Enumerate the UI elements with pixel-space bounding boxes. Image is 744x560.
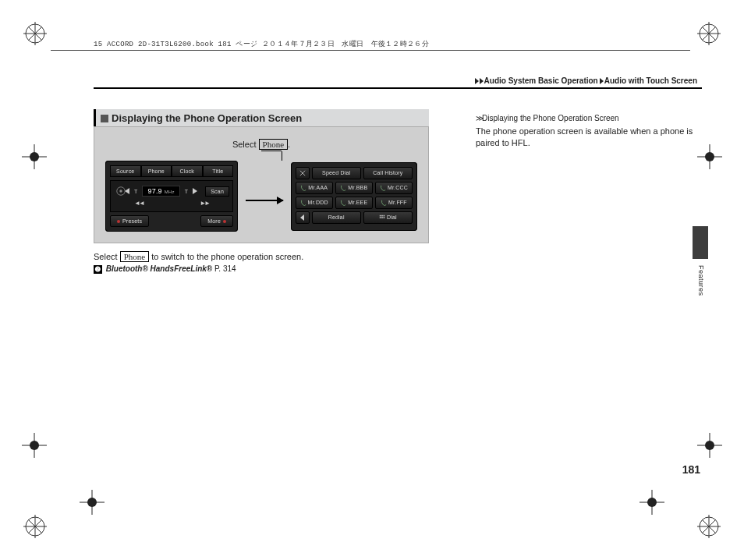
breadcrumb-b: Audio with Touch Screen	[604, 76, 697, 85]
seek-fwd-icon[interactable]: ►►	[200, 200, 209, 207]
tab-clock[interactable]: Clock	[172, 165, 203, 177]
redial-button[interactable]: Redial	[312, 211, 361, 224]
close-icon	[299, 170, 306, 176]
dial-button[interactable]: Dial	[363, 211, 413, 224]
svg-rect-46	[381, 217, 383, 218]
phone-button-label: Phone	[259, 139, 289, 150]
registration-mark-icon	[639, 490, 664, 515]
double-chevron-icon: ≫	[476, 114, 480, 122]
tune-right-icon[interactable]	[193, 188, 197, 194]
svg-rect-42	[380, 214, 381, 216]
frequency-display: 97.9 MHz	[142, 186, 179, 197]
svg-rect-47	[384, 217, 385, 218]
triangle-right-icon	[480, 78, 484, 84]
scan-button[interactable]: Scan	[205, 186, 229, 197]
contact-button[interactable]: Mr.EEE	[335, 197, 373, 209]
speed-dial-button[interactable]: Speed Dial	[312, 167, 361, 179]
illustration-panel: Select Phone. Source Phone Clock Title	[94, 126, 429, 243]
triangle-right-icon	[600, 78, 604, 84]
page-number: 181	[682, 463, 700, 476]
print-meta-line: 15 ACCORD 2D-31T3L6200.book 181 ページ ２０１４…	[94, 39, 429, 49]
leader-line	[282, 151, 282, 161]
registration-mark-icon	[80, 490, 105, 515]
phone-button-label: Phone	[120, 251, 150, 262]
cropmark-icon	[697, 515, 721, 538]
svg-point-39	[119, 190, 122, 193]
contact-button[interactable]: Mr.BBB	[335, 182, 373, 194]
section-title: Displaying the Phone Operation Screen	[112, 112, 302, 124]
call-history-button[interactable]: Call History	[363, 167, 413, 179]
chevron-left-icon	[300, 214, 304, 221]
tab-title[interactable]: Title	[203, 165, 234, 177]
radio-screen-mock: Source Phone Clock Title T 97.9 MHz	[105, 161, 238, 232]
keypad-icon	[379, 214, 385, 221]
sidebar-body: The phone operation screen is available …	[476, 126, 702, 150]
contact-button[interactable]: Mr.FFF	[375, 197, 413, 209]
cross-reference: ➋ Bluetooth® HandsFreeLink® P. 314	[94, 264, 429, 274]
sidebar-heading: ≫ Displaying the Phone Operation Screen	[476, 114, 702, 122]
close-button[interactable]	[296, 167, 310, 179]
phone-screen-mock: Speed Dial Call History Mr.AAA Mr.BBB Mr…	[291, 162, 417, 231]
handset-icon	[340, 185, 346, 191]
handset-icon	[300, 200, 306, 206]
handset-icon	[300, 185, 306, 191]
divider	[94, 87, 702, 89]
svg-rect-45	[380, 217, 381, 218]
divider	[51, 50, 690, 51]
callout-label: Select Phone.	[105, 140, 417, 149]
svg-rect-44	[384, 214, 385, 216]
triangle-right-icon	[475, 78, 479, 84]
satellite-icon	[115, 186, 126, 197]
contact-button[interactable]: Mr.DDD	[296, 197, 333, 209]
seek-back-icon[interactable]: ◄◄	[134, 200, 143, 207]
handset-icon	[380, 185, 386, 191]
leader-line	[261, 151, 282, 151]
arrow-right-icon	[246, 200, 283, 201]
breadcrumb: Audio System Basic OperationAudio with T…	[475, 76, 697, 85]
tab-phone[interactable]: Phone	[141, 165, 172, 177]
presets-button[interactable]: Presets	[110, 215, 149, 227]
contact-button[interactable]: Mr.AAA	[296, 182, 333, 194]
handset-icon	[340, 200, 346, 206]
chapter-thumb-tab	[693, 226, 708, 259]
cropmark-icon	[23, 515, 47, 538]
cropmark-icon	[697, 22, 721, 45]
chapter-label: Features	[697, 265, 705, 296]
instruction-text: Select Phone to switch to the phone oper…	[94, 251, 429, 263]
svg-rect-43	[381, 214, 383, 216]
registration-mark-icon	[697, 433, 722, 458]
tab-source[interactable]: Source	[110, 165, 141, 177]
xref-icon: ➋	[94, 265, 102, 274]
square-bullet-icon	[101, 115, 108, 122]
more-button[interactable]: More	[200, 215, 233, 227]
handset-icon	[381, 200, 387, 206]
cropmark-icon	[23, 22, 47, 45]
back-button[interactable]	[296, 211, 310, 224]
registration-mark-icon	[22, 144, 47, 169]
breadcrumb-a: Audio System Basic Operation	[484, 76, 598, 85]
registration-mark-icon	[22, 433, 47, 458]
section-heading: Displaying the Phone Operation Screen	[94, 109, 429, 126]
contact-button[interactable]: Mr.CCC	[375, 182, 413, 194]
